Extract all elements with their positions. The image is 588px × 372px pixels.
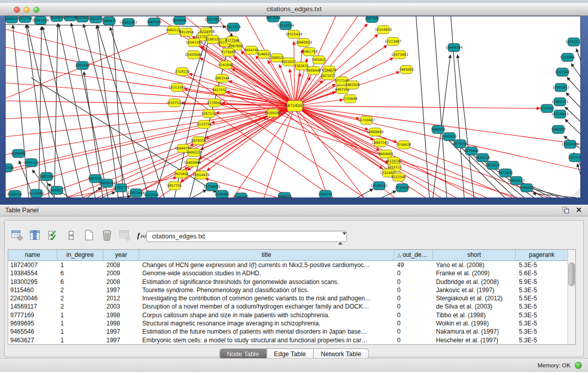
table-row[interactable]: 1872400712008Changes of HCN gene express… xyxy=(8,261,575,269)
graph-node[interactable]: 17016504 xyxy=(561,140,578,148)
graph-node[interactable]: 19218596 xyxy=(277,21,294,30)
graph-node[interactable]: 9756928 xyxy=(397,141,411,149)
graph-node[interactable]: 7955812 xyxy=(312,56,326,64)
table-row[interactable]: 1830029562008Estimation of significance … xyxy=(8,278,575,286)
graph-node[interactable]: 9245042 xyxy=(234,193,249,198)
graph-node[interactable]: 16154838 xyxy=(375,26,391,34)
graph-node[interactable]: 9267110 xyxy=(202,110,216,118)
graph-node[interactable]: 9133794 xyxy=(197,120,212,128)
canvas-resize-grip[interactable] xyxy=(578,194,580,196)
graph-node[interactable]: 1640995 xyxy=(431,125,446,134)
tab-edge-table[interactable]: Edge Table xyxy=(267,348,313,359)
table-row[interactable]: 969969511998Structural magnetic resonanc… xyxy=(8,319,575,327)
select-all-columns-icon[interactable] xyxy=(47,229,60,242)
graph-node[interactable]: 1527602 xyxy=(75,16,90,22)
tab-node-table[interactable]: Node Table xyxy=(219,348,267,359)
vertical-scrollbar[interactable] xyxy=(568,250,575,344)
graph-node[interactable]: 22420046 xyxy=(185,51,202,59)
table-settings-icon[interactable] xyxy=(11,229,24,242)
graph-node[interactable]: 18325419 xyxy=(285,30,302,38)
tab-network-table[interactable]: Network Table xyxy=(314,348,369,359)
graph-node[interactable]: 18640910 xyxy=(295,38,312,47)
graph-node[interactable]: 18107534 xyxy=(166,99,183,107)
graph-node[interactable]: 2087682 xyxy=(365,16,380,23)
table-row[interactable]: 946554611997Estimation of the future num… xyxy=(8,327,575,336)
table-row[interactable]: 1938455462009Genome-wide association stu… xyxy=(8,269,575,277)
network-graph-svg[interactable]: 1872400718300295996012299129541922605891… xyxy=(6,16,580,198)
graph-node[interactable]: 7625402 xyxy=(174,170,189,178)
close-panel-icon[interactable]: ✕ xyxy=(576,206,582,214)
graph-node[interactable]: 2718120 xyxy=(175,68,190,76)
column-header-title[interactable]: title xyxy=(139,250,394,260)
canvas-resize-grip[interactable] xyxy=(575,191,580,196)
graph-node[interactable]: 9329966 xyxy=(560,53,575,61)
graph-node[interactable]: 2935114 xyxy=(475,154,490,162)
graph-node[interactable]: 10854112 xyxy=(508,177,525,185)
graph-node[interactable]: 16648784 xyxy=(445,43,462,52)
graph-node[interactable]: 18724007 xyxy=(285,101,304,112)
graph-node[interactable]: 6958928 xyxy=(442,133,457,141)
graph-node[interactable]: 7485063 xyxy=(399,65,414,74)
graph-node[interactable]: 15751074 xyxy=(565,38,580,46)
table-row[interactable]: 2242004622012Investigating the contribut… xyxy=(8,294,575,302)
column-header-year[interactable]: year xyxy=(103,250,139,260)
graph-node[interactable]: 16033809 xyxy=(204,16,221,24)
graph-node[interactable]: 1646311 xyxy=(277,192,292,198)
graph-node[interactable]: 2522540 xyxy=(391,173,406,181)
graph-node[interactable]: 9092844 xyxy=(144,191,159,198)
graph-node[interactable]: 9245065 xyxy=(215,190,230,198)
graph-node[interactable]: 1167533 xyxy=(568,154,580,162)
network-window-titlebar[interactable]: citations_edges.txt xyxy=(0,3,588,16)
graph-node[interactable]: 8562479 xyxy=(89,16,103,23)
graph-node[interactable]: 12093832 xyxy=(552,83,569,92)
graph-node[interactable]: 1940557 xyxy=(6,16,19,23)
graph-node[interactable]: 10973493 xyxy=(391,51,408,59)
graph-node[interactable]: 12213967 xyxy=(384,37,401,46)
graph-node[interactable]: 9245652 xyxy=(519,184,534,192)
graph-node[interactable]: 9465546 xyxy=(147,18,162,26)
graph-node[interactable]: 9699695 xyxy=(172,16,187,25)
graph-node[interactable]: 7599741 xyxy=(318,190,333,198)
graph-node[interactable]: 8813054 xyxy=(266,16,281,22)
graph-node[interactable]: 9474444 xyxy=(464,147,479,155)
graph-node[interactable]: 16210643 xyxy=(551,110,568,118)
graph-node[interactable]: 10688609 xyxy=(366,128,383,136)
graph-node[interactable]: 9175685 xyxy=(221,48,236,56)
graph-node[interactable]: 9227343 xyxy=(555,68,570,76)
graph-node[interactable]: 15716485 xyxy=(203,183,220,191)
import-table-icon[interactable] xyxy=(118,229,132,242)
graph-node[interactable]: 8170044 xyxy=(207,99,222,107)
graph-node[interactable]: 9905135 xyxy=(24,159,39,167)
graph-node[interactable]: 2915334 xyxy=(75,61,90,70)
graph-node[interactable]: 20091406 xyxy=(32,16,49,25)
delete-table-icon[interactable] xyxy=(100,229,114,242)
graph-node[interactable]: 8878354 xyxy=(191,137,206,145)
graph-node[interactable]: 14136141 xyxy=(371,182,387,190)
graph-node[interactable]: 1549432 xyxy=(102,17,117,25)
graph-node[interactable]: 1569207 xyxy=(551,125,566,134)
graph-node[interactable]: 8990448 xyxy=(307,67,321,75)
row-height-icon[interactable] xyxy=(64,229,78,242)
graph-node[interactable]: 7462026 xyxy=(345,81,360,89)
column-select-icon[interactable] xyxy=(29,229,42,242)
graph-node[interactable]: 9857791 xyxy=(167,182,182,190)
scrollbar-thumb[interactable] xyxy=(569,262,575,286)
column-header-out_de[interactable]: △out_de… xyxy=(394,250,433,260)
column-header-in_degree[interactable]: in_degree xyxy=(57,250,103,260)
graph-node[interactable]: 2803144 xyxy=(215,74,230,82)
table-row[interactable]: 911546021997Tourette syndrome. Phenomeno… xyxy=(8,286,575,294)
graph-node[interactable]: 12444151 xyxy=(551,98,568,106)
graph-node[interactable]: 8471676 xyxy=(498,169,513,177)
table-row[interactable]: 977716911998Corpus callosum shape and si… xyxy=(8,311,575,319)
graph-node[interactable]: 9242848 xyxy=(219,61,233,69)
graph-node[interactable]: 7832621 xyxy=(486,161,500,169)
table-selector-dropdown[interactable]: citations_edges.txt xyxy=(146,231,347,242)
graph-node[interactable]: 8215953 xyxy=(540,104,555,113)
graph-node[interactable]: 1621072 xyxy=(321,72,336,80)
column-header-short[interactable]: short xyxy=(433,250,516,260)
graph-node[interactable]: 9912954 xyxy=(179,28,194,36)
graph-node[interactable]: 1093286 xyxy=(39,172,54,181)
graph-node[interactable]: 7857224 xyxy=(226,23,241,31)
graph-node[interactable]: 8100458 xyxy=(8,190,23,198)
graph-node[interactable]: 18807249 xyxy=(372,139,388,147)
